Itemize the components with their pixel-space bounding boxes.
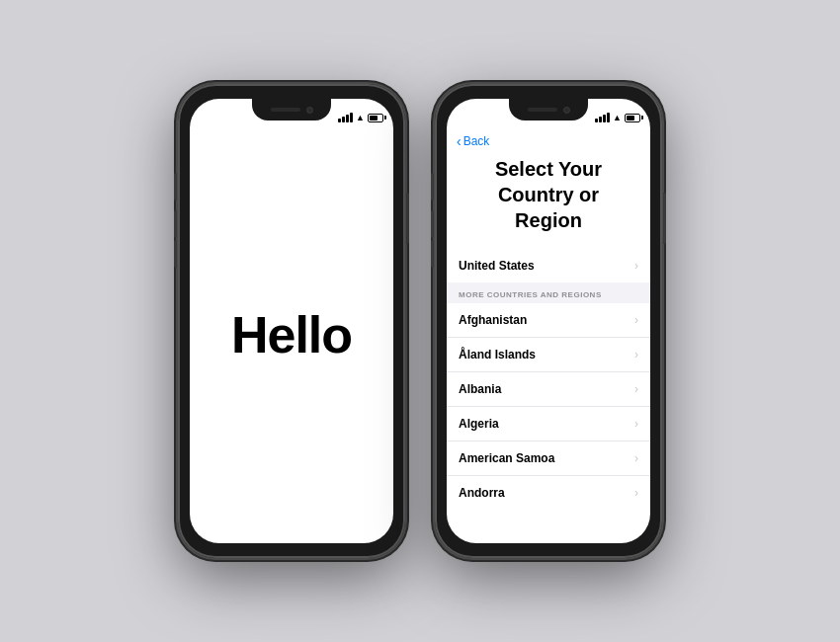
- speaker-right: [528, 108, 557, 112]
- status-icons-left: ▲: [338, 113, 383, 122]
- country-item[interactable]: Andorra ›: [447, 476, 650, 510]
- country-list: United States › MORE COUNTRIES AND REGIO…: [447, 249, 650, 543]
- country-item[interactable]: Algeria ›: [447, 407, 650, 441]
- notch-left: [252, 99, 331, 120]
- iphone-left: ▲ Hello: [178, 84, 405, 558]
- speaker-left: [271, 108, 300, 112]
- country-name: Åland Islands: [459, 348, 536, 361]
- country-chevron-icon: ›: [634, 313, 638, 327]
- country-screen: ‹ Back Select Your Country or Region Uni…: [447, 126, 650, 543]
- notch-right: [509, 99, 588, 120]
- more-countries-section: Afghanistan › Åland Islands › Albania › …: [447, 303, 650, 510]
- signal-icon-right: [595, 113, 610, 122]
- screen-left: ▲ Hello: [190, 99, 393, 543]
- country-item[interactable]: Afghanistan ›: [447, 303, 650, 338]
- signal-icon-left: [338, 113, 353, 122]
- country-chevron-icon: ›: [634, 451, 638, 465]
- section-header: MORE COUNTRIES AND REGIONS: [447, 282, 650, 303]
- back-label: Back: [463, 134, 490, 148]
- country-chevron-icon: ›: [634, 486, 638, 500]
- camera-left: [306, 107, 313, 114]
- camera-right: [563, 107, 570, 114]
- country-chevron-icon: ›: [634, 382, 638, 396]
- status-icons-right: ▲: [595, 113, 640, 122]
- country-name: Albania: [459, 382, 501, 396]
- battery-icon-left: [368, 114, 383, 122]
- screen-right: ▲ ‹ Back Select Your Country or Region U…: [447, 99, 650, 543]
- top-countries-section: United States ›: [447, 249, 650, 282]
- back-button[interactable]: ‹ Back: [447, 126, 650, 148]
- country-item[interactable]: Åland Islands ›: [447, 338, 650, 372]
- hello-screen: Hello: [190, 126, 393, 543]
- country-item[interactable]: United States ›: [447, 249, 650, 282]
- country-chevron-icon: ›: [634, 259, 638, 273]
- country-item[interactable]: Albania ›: [447, 372, 650, 407]
- iphone-right: ▲ ‹ Back Select Your Country or Region U…: [435, 84, 662, 558]
- page-title: Select Your Country or Region: [447, 148, 650, 249]
- country-chevron-icon: ›: [634, 348, 638, 361]
- country-name: United States: [459, 259, 535, 273]
- country-item[interactable]: American Samoa ›: [447, 441, 650, 476]
- country-name: Algeria: [459, 417, 499, 431]
- battery-icon-right: [625, 114, 640, 122]
- country-chevron-icon: ›: [634, 417, 638, 431]
- back-chevron-icon: ‹: [457, 134, 462, 148]
- country-name: Andorra: [459, 486, 505, 500]
- country-name: Afghanistan: [459, 313, 527, 327]
- hello-text: Hello: [231, 305, 352, 364]
- wifi-icon-left: ▲: [356, 114, 365, 122]
- country-name: American Samoa: [459, 451, 554, 465]
- wifi-icon-right: ▲: [613, 114, 622, 122]
